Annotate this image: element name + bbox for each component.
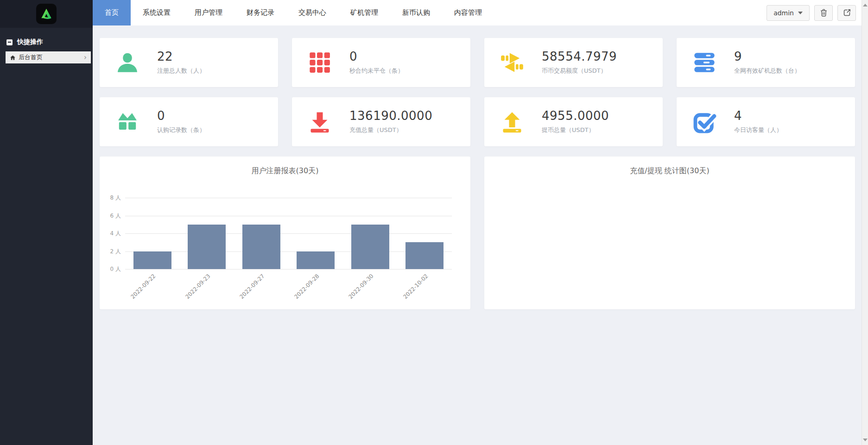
stat-card-today-visitors: 4今日访客量（人） — [677, 97, 855, 146]
tab-home[interactable]: 首页 — [93, 0, 131, 25]
x-label-cell: 2022-09-27 — [234, 269, 289, 306]
vertical-scrollbar[interactable] — [862, 0, 868, 445]
y-axis-tick: 2 人 — [110, 247, 121, 255]
server-icon — [692, 50, 716, 75]
tab-finance-records[interactable]: 财务记录 — [234, 0, 286, 25]
stat-text: 0秒合约未平仓（条） — [349, 50, 404, 75]
stat-value: 9 — [734, 50, 800, 63]
sidebar-section-quick-actions[interactable]: 快捷操作 — [0, 38, 93, 46]
app-logo[interactable] — [36, 4, 57, 24]
tab-content-management[interactable]: 内容管理 — [442, 0, 494, 25]
x-axis-tick: 2022-10-02 — [402, 273, 429, 300]
logo-a-icon — [39, 7, 53, 21]
export-icon — [843, 8, 851, 17]
tab-trade-center[interactable]: 交易中心 — [286, 0, 338, 25]
top-nav: 首页系统设置用户管理财务记录交易中心矿机管理新币认购内容管理 admin — [93, 0, 862, 25]
chart-bar-2022-09-23 — [188, 225, 226, 269]
y-axis-tick: 4 人 — [110, 230, 121, 238]
caret-down-icon — [798, 12, 803, 14]
logout-button[interactable] — [837, 5, 856, 21]
chart-card-user-register: 用户注册报表(30天) 8 人6 人4 人2 人0 人 2022-09-2220… — [100, 157, 470, 309]
chart-title: 用户注册报表(30天) — [100, 157, 470, 176]
exchange-arrows-icon — [500, 50, 524, 75]
chart-card-recharge-withdraw: 充值/提现 统计图(30天) — [484, 157, 855, 309]
stat-card-registered-users: 22注册总人数（人） — [100, 38, 278, 87]
x-axis-tick: 2022-09-23 — [184, 273, 211, 300]
stat-card-trade-volume: 58554.7979币币交易额度（USDT） — [484, 38, 663, 87]
stat-text: 136190.0000充值总量（USDT） — [349, 109, 432, 134]
stat-text: 0认购记录数（条） — [157, 109, 205, 134]
x-label-cell: 2022-09-22 — [125, 269, 180, 306]
x-label-cell: 2022-10-02 — [398, 269, 452, 306]
tab-system-settings[interactable]: 系统设置 — [131, 0, 183, 25]
stat-label: 秒合约未平仓（条） — [349, 67, 404, 75]
stat-value: 0 — [157, 109, 205, 123]
bar-chart-x-labels: 2022-09-222022-09-232022-09-272022-09-28… — [125, 269, 452, 306]
bars-container — [125, 198, 452, 269]
x-label-cell: 2022-09-28 — [289, 269, 343, 306]
stat-text: 9全网有效矿机总数（台） — [734, 50, 800, 75]
tab-miner-management[interactable]: 矿机管理 — [338, 0, 390, 25]
tab-user-management[interactable]: 用户管理 — [183, 0, 234, 25]
x-axis-tick: 2022-09-30 — [347, 273, 374, 300]
stat-value: 4955.0000 — [542, 109, 609, 123]
user-menu-label: admin — [773, 9, 794, 17]
stat-label: 认购记录数（条） — [157, 126, 205, 134]
stat-card-open-contracts: 0秒合约未平仓（条） — [292, 38, 470, 87]
y-axis-tick: 0 人 — [110, 265, 121, 273]
x-axis-tick: 2022-09-27 — [238, 273, 266, 300]
stat-value: 4 — [734, 109, 782, 123]
chart-bar-2022-10-02 — [405, 242, 444, 269]
stat-label: 充值总量（USDT） — [349, 126, 432, 134]
chevron-right-icon: › — [84, 54, 87, 61]
app-root: 快捷操作 后台首页 › 首页系统设置用户管理财务记录交易中心矿机管理新币认购内容… — [0, 0, 868, 445]
clear-cache-button[interactable] — [814, 5, 833, 21]
x-axis-tick: 2022-09-28 — [293, 273, 320, 300]
sidebar-item-label: 后台首页 — [19, 53, 84, 62]
stat-label: 全网有效矿机总数（台） — [734, 67, 800, 75]
stat-value: 136190.0000 — [349, 109, 432, 123]
y-axis-tick: 8 人 — [110, 194, 121, 202]
grid-icon — [308, 50, 332, 75]
x-label-cell: 2022-09-30 — [343, 269, 398, 306]
user-menu-button[interactable]: admin — [767, 5, 810, 21]
dashboard-content: 22注册总人数（人）0秒合约未平仓（条）58554.7979币币交易额度（USD… — [93, 25, 862, 309]
sidebar-section-label: 快捷操作 — [17, 38, 43, 46]
main-area: 首页系统设置用户管理财务记录交易中心矿机管理新币认购内容管理 admin — [93, 0, 862, 445]
home-icon — [10, 55, 16, 61]
sidebar-item-backend-home[interactable]: 后台首页 › — [6, 51, 91, 63]
stat-label: 今日访客量（人） — [734, 126, 782, 134]
x-axis-tick: 2022-09-22 — [129, 273, 157, 300]
stat-label: 提币总量（USDT） — [542, 126, 609, 134]
stat-card-active-miners: 9全网有效矿机总数（台） — [677, 38, 855, 87]
scroll-down-arrow-icon[interactable] — [863, 439, 868, 441]
stat-value: 0 — [349, 50, 404, 63]
stat-value: 58554.7979 — [542, 50, 617, 63]
stat-card-withdraw-total: 4955.0000提币总量（USDT） — [484, 97, 663, 146]
stat-card-subscribe-records: 0认购记录数（条） — [100, 97, 278, 146]
chart-bar-2022-09-28 — [297, 251, 335, 270]
bar-chart-plot: 8 人6 人4 人2 人0 人 — [125, 198, 452, 269]
sidebar: 快捷操作 后台首页 › — [0, 0, 93, 445]
collapse-minus-icon — [6, 39, 13, 45]
tab-new-coin-subscribe[interactable]: 新币认购 — [390, 0, 442, 25]
gift-icon — [115, 110, 139, 134]
upload-icon — [500, 110, 524, 134]
download-icon — [308, 110, 332, 134]
y-axis-tick: 6 人 — [110, 212, 121, 219]
stat-cards: 22注册总人数（人）0秒合约未平仓（条）58554.7979币币交易额度（USD… — [100, 38, 855, 146]
chart-bar-2022-09-27 — [242, 225, 280, 269]
user-icon — [115, 50, 139, 75]
stat-label: 注册总人数（人） — [157, 67, 205, 75]
chart-bar-2022-09-22 — [133, 251, 171, 270]
stat-text: 58554.7979币币交易额度（USDT） — [542, 50, 617, 75]
scroll-up-arrow-icon[interactable] — [863, 4, 868, 6]
stat-text: 22注册总人数（人） — [157, 50, 205, 75]
stat-text: 4955.0000提币总量（USDT） — [542, 109, 609, 134]
chart-title: 充值/提现 统计图(30天) — [484, 157, 855, 176]
trash-icon — [819, 8, 828, 17]
nav-tabs: 首页系统设置用户管理财务记录交易中心矿机管理新币认购内容管理 — [93, 0, 494, 25]
charts-row: 用户注册报表(30天) 8 人6 人4 人2 人0 人 2022-09-2220… — [100, 157, 855, 309]
check-square-icon — [692, 110, 716, 134]
sidebar-logo-area — [0, 0, 93, 28]
